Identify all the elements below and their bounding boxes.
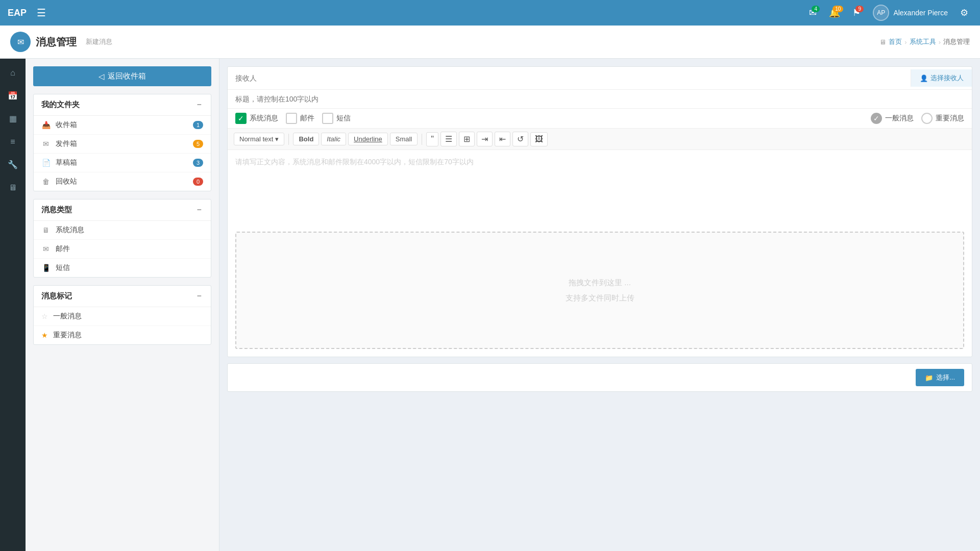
refresh-button[interactable]: ↺	[512, 132, 528, 146]
breadcrumb-sep-1: ›	[904, 38, 906, 46]
recipient-input[interactable]	[228, 70, 911, 86]
select-recipient-label: 选择接收人	[930, 73, 964, 83]
main-layout: ⌂ 📅 ▦ ≡ 🔧 🖥 ◁ 返回收件箱 我的文件夹 － 📥 收件箱 1	[0, 59, 980, 551]
msg-tags-toggle-icon[interactable]: －	[195, 291, 203, 302]
list-grid-button[interactable]: ⊞	[459, 132, 475, 146]
subject-row	[228, 90, 972, 109]
breadcrumb-system[interactable]: 系统工具	[910, 37, 936, 46]
sidebar-icon-home[interactable]: ⌂	[0, 61, 26, 84]
italic-button[interactable]: Italic	[321, 133, 346, 145]
sidebar-icon-list[interactable]: ≡	[0, 130, 26, 153]
checkbox-email-check[interactable]	[286, 113, 297, 124]
msg-types-toggle-icon[interactable]: －	[195, 205, 203, 215]
small-label: Small	[396, 135, 412, 143]
select-recipient-button[interactable]: 👤 选择接收人	[911, 69, 972, 87]
folder-draft[interactable]: 📄 草稿箱 3	[34, 154, 211, 172]
editor-area[interactable]: 请填写正文内容，系统消息和邮件限制在4000字以内，短信限制在70字以内	[228, 150, 972, 232]
small-button[interactable]: Small	[390, 133, 418, 145]
bold-button[interactable]: Bold	[293, 133, 319, 145]
right-content: 👤 选择接收人 ✓ 系统消息 邮件 短信	[219, 59, 980, 551]
font-style-label: Normal text	[239, 135, 273, 143]
font-style-arrow-icon: ▾	[275, 135, 279, 143]
font-style-button[interactable]: Normal text ▾	[234, 133, 284, 145]
msg-tags-section-header: 消息标记 －	[34, 286, 211, 307]
msg-types-title: 消息类型	[41, 205, 72, 215]
bell-icon-button[interactable]: 🔔 10	[825, 5, 844, 21]
sidebar-icon-monitor[interactable]: 🖥	[0, 176, 26, 199]
type-system[interactable]: 🖥 系统消息	[34, 221, 211, 240]
subject-input[interactable]	[228, 90, 972, 108]
sidebar-icon-wrench[interactable]: 🔧	[0, 153, 26, 176]
folder-trash-badge: 0	[193, 178, 203, 186]
settings-icon-button[interactable]: ⚙	[956, 5, 972, 21]
type-email[interactable]: ✉ 邮件	[34, 240, 211, 259]
folder-trash[interactable]: 🗑 回收站 0	[34, 172, 211, 191]
underline-button[interactable]: Underline	[348, 133, 388, 145]
checkbox-email: 邮件	[286, 113, 314, 124]
mail-icon-button[interactable]: ✉ 4	[805, 5, 821, 21]
select-file-label: 选择...	[936, 373, 955, 382]
folder-sent-badge: 5	[193, 140, 203, 148]
quote-button[interactable]: "	[426, 132, 438, 146]
breadcrumb: 🖥 首页 › 系统工具 › 消息管理	[879, 37, 970, 46]
breadcrumb-sep-2: ›	[939, 38, 941, 46]
sidebar-icons: ⌂ 📅 ▦ ≡ 🔧 🖥	[0, 59, 26, 551]
editor-toolbar: Normal text ▾ Bold Italic Underline Smal…	[228, 129, 972, 150]
folders-section: 我的文件夹 － 📥 收件箱 1 ✉ 发件箱 5 📄 草稿箱 3	[33, 94, 211, 191]
radio-important: 重要消息	[921, 113, 964, 124]
breadcrumb-home[interactable]: 首页	[889, 37, 902, 46]
email-msg-icon: ✉	[41, 245, 51, 253]
toolbar-sep-2	[422, 134, 422, 145]
msg-types-section-header: 消息类型 －	[34, 199, 211, 221]
select-recipient-icon: 👤	[920, 74, 928, 82]
checkbox-sms-label: 短信	[336, 114, 351, 123]
checkbox-system-check[interactable]: ✓	[235, 113, 247, 124]
select-file-icon: 📁	[925, 374, 933, 382]
checkbox-sms: 短信	[322, 113, 351, 124]
tag-important[interactable]: ★ 重要消息	[34, 326, 211, 344]
editor-placeholder: 请填写正文内容，系统消息和邮件限制在4000字以内，短信限制在70字以内	[235, 158, 474, 166]
folder-sent[interactable]: ✉ 发件箱 5	[34, 135, 211, 154]
page-subtitle: 新建消息	[86, 37, 112, 46]
flag-icon-button[interactable]: ⚑ 9	[848, 5, 865, 21]
radio-normal-btn[interactable]: ✓	[871, 113, 882, 124]
quote-icon: "	[431, 135, 434, 144]
user-info[interactable]: AP Alexander Pierce	[869, 2, 952, 23]
checkbox-sms-check[interactable]	[322, 113, 333, 124]
tag-normal-label: 一般消息	[53, 312, 82, 321]
checkbox-system: ✓ 系统消息	[235, 113, 278, 124]
radio-normal: ✓ 一般消息	[871, 113, 914, 124]
folder-inbox-badge: 1	[193, 121, 203, 129]
image-button[interactable]: 🖼	[530, 132, 548, 146]
folders-title: 我的文件夹	[41, 100, 80, 110]
file-drop-area[interactable]: 拖拽文件到这里 ... 支持多文件同时上传	[235, 232, 964, 349]
msg-type-row: ✓ 系统消息 邮件 短信 ✓ 一般消息	[228, 109, 972, 129]
back-to-inbox-button[interactable]: ◁ 返回收件箱	[33, 66, 211, 86]
draft-icon: 📄	[41, 159, 51, 167]
sidebar-icon-grid[interactable]: ▦	[0, 107, 26, 130]
image-icon: 🖼	[535, 135, 543, 144]
folder-trash-label: 回收站	[56, 177, 188, 186]
indent-in-button[interactable]: ⇥	[477, 132, 493, 146]
hamburger-button[interactable]: ☰	[33, 4, 50, 21]
tag-normal[interactable]: ☆ 一般消息	[34, 307, 211, 326]
indent-out-icon: ⇤	[499, 134, 506, 144]
avatar: AP	[873, 5, 889, 21]
folders-toggle-icon[interactable]: －	[195, 99, 203, 110]
breadcrumb-icon: 🖥	[879, 38, 886, 46]
top-nav-left: EAP ☰	[8, 4, 50, 21]
italic-label: Italic	[327, 135, 340, 143]
back-btn-label: 返回收件箱	[108, 71, 146, 81]
list-ul-button[interactable]: ☰	[440, 132, 457, 146]
flag-badge: 9	[855, 6, 864, 12]
file-drop-line2: 支持多文件同时上传	[566, 290, 634, 306]
page-title: 消息管理	[36, 35, 77, 49]
select-file-button[interactable]: 📁 选择...	[916, 369, 964, 386]
indent-out-button[interactable]: ⇤	[495, 132, 510, 146]
recipient-row: 👤 选择接收人	[228, 67, 972, 90]
checkbox-email-label: 邮件	[300, 114, 314, 123]
radio-important-btn[interactable]	[921, 113, 933, 124]
sidebar-icon-calendar[interactable]: 📅	[0, 84, 26, 107]
folder-inbox[interactable]: 📥 收件箱 1	[34, 116, 211, 135]
type-sms[interactable]: 📱 短信	[34, 259, 211, 277]
